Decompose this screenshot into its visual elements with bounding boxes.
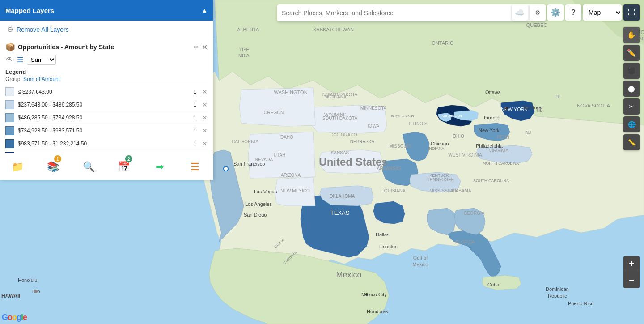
remove-all-layers-button[interactable]: Remove All Layers [17,26,69,33]
layer-item-edit-icon[interactable]: ✏ [194,43,199,51]
layers-panel-header: Mapped Layers ▲ [0,0,213,21]
zoom-in-button[interactable]: + [623,256,640,272]
draw-tool-btn[interactable]: ✏️ [623,45,640,61]
layers-btn[interactable]: 📚 1 [35,153,71,180]
svg-text:OKLAHOMA: OKLAHOMA [330,194,355,199]
svg-text:San Diego: San Diego [244,212,267,217]
svg-text:SOUTH DAKOTA: SOUTH DAKOTA [322,116,357,121]
cloud-icon-btn[interactable]: ☁️ [512,4,528,21]
layers-panel-collapse-btn[interactable]: ▲ [201,7,208,14]
pan-tool-btn[interactable]: ✋ [623,27,640,43]
layer-item-title: Opportunities - Amount by State [18,43,191,51]
layer-item-close-btn[interactable]: ✕ [202,43,208,51]
folders-btn[interactable]: 📁 [0,153,35,180]
help-icon-btn[interactable]: ? [565,4,581,21]
svg-text:Puerto Rico: Puerto Rico [568,301,593,306]
zoom-controls: + − [623,256,640,288]
top-right-toolbar: ☁️ ⚙ ⚙️ ? Map Satellite Terrain ⛶ [512,4,640,21]
legend-remove-btn[interactable]: ✕ [202,114,208,121]
svg-text:NORTH CAROLINA: NORTH CAROLINA [483,161,519,166]
svg-text:Dallas: Dallas [376,232,390,237]
zoom-out-button[interactable]: − [623,272,640,288]
svg-text:KENTUCKY: KENTUCKY [429,173,451,178]
legend-swatch [5,126,14,135]
fullscreen-button[interactable]: ⛶ [623,4,640,21]
legend-count: 1 [191,141,199,147]
aggregate-select[interactable]: Sum Count Avg [27,55,56,65]
svg-text:New York: New York [479,128,500,133]
circle-tool-btn[interactable]: ⬤ [623,81,640,97]
settings-icon-btn[interactable]: ⚙️ [547,4,564,21]
svg-text:FLORIDA: FLORIDA [455,240,475,245]
globe-tool-btn[interactable]: 🌐 [623,116,640,132]
calendar-btn[interactable]: 📅 2 [106,153,142,180]
layer-controls: 👁 ☰ Sum Count Avg [5,55,208,65]
legend-count: 1 [191,128,199,134]
svg-text:ARIZONA: ARIZONA [281,173,301,178]
legend-label: $237,643.00 - $486,285.50 [18,102,191,108]
legend-group-link[interactable]: Sum of Amount [23,76,60,82]
svg-text:ALABAMA: ALABAMA [450,188,471,193]
legend-row: ≤ $237,643.00 1 ✕ [5,85,208,98]
svg-text:Cuba: Cuba [487,282,500,287]
svg-text:Las Vegas: Las Vegas [254,189,277,194]
svg-text:VIRGINIA: VIRGINIA [489,148,508,153]
list-view-icon[interactable]: ☰ [17,55,23,64]
visibility-toggle-icon[interactable]: 👁 [6,56,13,64]
svg-text:COLORADO: COLORADO [331,132,357,137]
svg-text:Honduras: Honduras [367,309,388,314]
right-tools-panel: ✋ ✏️ ⬛ ⬤ ✂ 🌐 📏 [623,27,640,150]
legend-count: 1 [191,102,199,108]
legend-remove-btn[interactable]: ✕ [202,127,208,134]
rectangle-tool-btn[interactable]: ⬛ [623,63,640,79]
layers-panel: Mapped Layers ▲ ⊖ Remove All Layers 📦 Op… [0,0,213,180]
legend-remove-btn[interactable]: ✕ [202,88,208,95]
svg-text:LOUISIANA: LOUISIANA [381,188,406,193]
svg-text:IOWA: IOWA [368,124,380,128]
calendar-icon: 📅 [118,161,130,173]
svg-text:MBIA: MBIA [238,53,250,58]
cut-tool-btn[interactable]: ✂ [623,98,640,115]
svg-text:MISSOURI: MISSOURI [389,144,411,149]
layers-icon: 📚 [47,161,59,173]
svg-text:Mexico: Mexico [336,270,361,279]
svg-point-69 [365,293,368,296]
sliders-icon-btn[interactable]: ⚙ [530,4,546,21]
google-logo: Google [2,313,27,322]
bottom-toolbar: 📁 📚 1 🔍 📅 2 ➡ ☰ [0,153,213,180]
legend-row: $734,928.50 - $983,571.50 1 ✕ [5,124,208,137]
svg-text:CALIFORNIA: CALIFORNIA [232,139,258,144]
svg-text:NEBRASKA: NEBRASKA [350,139,375,144]
google-logo-o2: o [12,313,17,322]
svg-text:San Francisco: San Francisco [233,161,265,166]
svg-text:NEW MEXICO: NEW MEXICO [280,188,310,193]
svg-point-68 [505,107,508,110]
svg-text:Los Angeles: Los Angeles [245,201,272,207]
svg-text:PE: PE [555,94,561,99]
layer-item-icon: 📦 [5,42,15,52]
legend-label: $734,928.50 - $983,571.50 [18,128,191,134]
remove-all-icon: ⊖ [7,25,13,34]
svg-text:ILLINOIS: ILLINOIS [409,121,427,126]
legend-label: ≤ $237,643.00 [18,89,191,95]
svg-text:INDIANA: INDIANA [428,146,445,151]
svg-text:OHIO: OHIO [453,134,464,139]
legend-remove-btn[interactable]: ✕ [202,140,208,147]
svg-text:UTAH: UTAH [274,153,285,158]
svg-text:IDAHO: IDAHO [279,135,293,140]
svg-text:Ottawa: Ottawa [485,90,501,95]
svg-point-37 [224,166,228,171]
svg-text:SASKATCHEWAN: SASKATCHEWAN [313,27,354,32]
svg-text:WEST VIRGINIA: WEST VIRGINIA [448,153,482,158]
menu-btn[interactable]: ☰ [178,153,213,180]
legend-remove-btn[interactable]: ✕ [202,101,208,108]
svg-text:NORTH DAKOTA: NORTH DAKOTA [322,92,358,97]
svg-text:Chicago: Chicago [431,141,449,146]
svg-point-70 [34,290,38,293]
map-type-select[interactable]: Map Satellite Terrain [583,4,622,21]
search-input[interactable] [282,9,532,17]
directions-btn[interactable]: ➡ [142,153,177,180]
measure-tool-btn[interactable]: 📏 [623,134,640,150]
search-btn[interactable]: 🔍 [71,153,106,180]
svg-text:TENNESSEE: TENNESSEE [427,177,454,182]
